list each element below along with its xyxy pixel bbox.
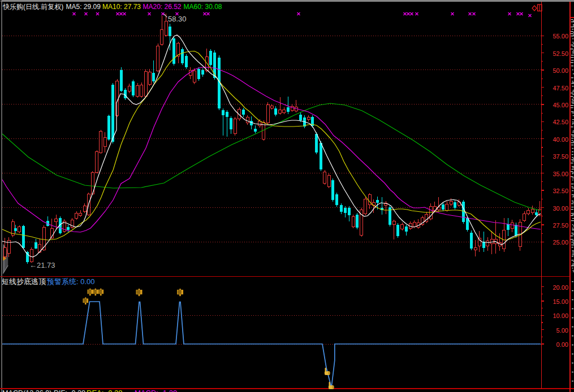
- svg-text:35.00: 35.00: [553, 171, 568, 177]
- svg-text:快乐购(日线.前复权): 快乐购(日线.前复权): [2, 3, 63, 11]
- svg-text:47.50: 47.50: [553, 85, 568, 92]
- svg-text:5.00: 5.00: [556, 327, 568, 334]
- svg-text:MA10: 27.73: MA10: 27.73: [102, 3, 141, 11]
- svg-text:32.50: 32.50: [553, 188, 568, 194]
- svg-text:短线抄底逃顶: 短线抄底逃顶: [2, 277, 46, 286]
- svg-text:预警系统: 0.00: 预警系统: 0.00: [46, 277, 95, 286]
- svg-text:27.50: 27.50: [553, 222, 568, 229]
- svg-text:←21.73: ←21.73: [29, 261, 55, 269]
- svg-text:40.00: 40.00: [553, 136, 568, 143]
- svg-text:50.00: 50.00: [553, 67, 568, 74]
- svg-text:MACD(12,26,9) DIF: -0.28: MACD(12,26,9) DIF: -0.28: [2, 389, 85, 392]
- svg-text:55.00: 55.00: [553, 33, 568, 40]
- svg-text:37.50: 37.50: [553, 153, 568, 160]
- svg-text:52.50: 52.50: [553, 50, 568, 57]
- svg-text:MA5: 29.09: MA5: 29.09: [66, 3, 101, 11]
- svg-text:45.00: 45.00: [553, 102, 568, 108]
- svg-text:58.30: 58.30: [168, 15, 187, 23]
- svg-text:25.00: 25.00: [553, 239, 568, 246]
- svg-text:20.00: 20.00: [553, 284, 568, 291]
- svg-text:42.50: 42.50: [553, 119, 568, 125]
- svg-text:15.00: 15.00: [553, 298, 568, 305]
- svg-text:0.00: 0.00: [556, 341, 568, 348]
- svg-text:10.00: 10.00: [553, 312, 568, 319]
- svg-text:MA20: 26.52: MA20: 26.52: [143, 3, 182, 11]
- svg-text:DEA: -0.28: DEA: -0.28: [87, 389, 123, 392]
- svg-text:MACD: -1.29: MACD: -1.29: [135, 389, 177, 392]
- svg-text:30.00: 30.00: [553, 205, 568, 212]
- svg-text:MA60: 30.08: MA60: 30.08: [184, 3, 222, 11]
